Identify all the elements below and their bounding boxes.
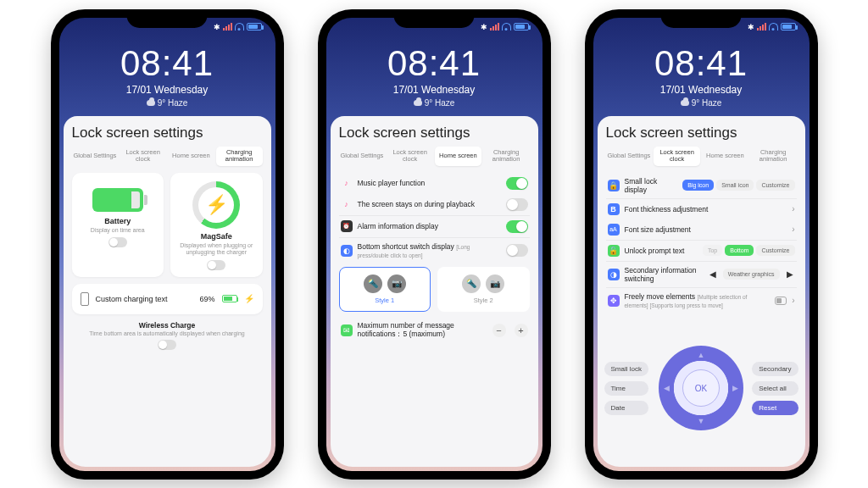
music-toggle[interactable] — [506, 177, 528, 190]
seg-customize[interactable]: Customize — [756, 245, 794, 256]
cloud-icon — [147, 100, 155, 106]
tab-home[interactable]: Home screen — [168, 147, 214, 166]
btn-reset[interactable]: Reset — [752, 401, 798, 415]
pct-battery-icon — [222, 295, 237, 302]
cloud-icon — [681, 100, 689, 106]
style-row: 🔦📷 Style 1 🔦📷 Style 2 — [339, 267, 530, 312]
flashlight-icon: 🔦 — [462, 274, 481, 293]
seg-big-icon[interactable]: Big icon — [682, 180, 714, 191]
shortcut-toggle[interactable] — [506, 244, 528, 257]
screen: ✱ 08:41 17/01 Wednesday 9° Haze Lock scr… — [59, 18, 275, 471]
tab-global[interactable]: Global Settings — [72, 147, 119, 166]
btn-secondary[interactable]: Secondary — [752, 362, 798, 376]
stays-toggle[interactable] — [506, 198, 528, 211]
battery-card[interactable]: Battery Display on time area — [72, 173, 164, 277]
signal-icon — [757, 23, 766, 30]
magsafe-card[interactable]: ⚡ MagSafe Displayed when plugging or unp… — [170, 173, 263, 277]
wireless-toggle[interactable] — [158, 340, 176, 350]
settings-panel: Lock screen settings Global Settings Loc… — [598, 116, 805, 467]
row-screen-stays: ♪ The screen stays on during playback — [339, 194, 530, 216]
phone-mockup-2: ✱ 08:41 17/01 Wednesday 9° Haze Lock scr… — [318, 9, 551, 480]
date: 17/01 Wednesday — [326, 84, 542, 96]
dpad[interactable]: ▲ ▼ ◀ ▶ OK — [659, 346, 743, 430]
screen: ✱ 08:41 17/01 Wednesday 9° Haze Lock scr… — [326, 18, 542, 471]
custom-charge-card[interactable]: Custom charging text 69% ⚡ — [72, 284, 263, 314]
signal-icon — [490, 23, 499, 30]
row-font-size[interactable]: aA Font size adjustment › — [606, 219, 797, 241]
tab-global[interactable]: Global Settings — [606, 147, 653, 166]
seg-small-icon[interactable]: Small icon — [716, 180, 754, 191]
tab-home[interactable]: Home screen — [702, 147, 748, 166]
wifi-icon — [502, 24, 511, 30]
tabs: Global Settings Lock screen clock Home s… — [339, 147, 530, 166]
tab-clock[interactable]: Lock screen clock — [654, 147, 700, 166]
magsafe-icon: ⚡ — [192, 181, 240, 229]
magsafe-sub: Displayed when plugging or unplugging th… — [175, 242, 258, 257]
style-1[interactable]: 🔦📷 Style 1 — [339, 267, 431, 312]
screen: ✱ 08:41 17/01 Wednesday 9° Haze Lock scr… — [593, 18, 810, 471]
clock: 08:41 — [593, 43, 810, 84]
dpad-down[interactable]: ▼ — [698, 417, 705, 425]
move-toggle[interactable] — [775, 297, 787, 305]
minus-button[interactable]: − — [492, 324, 506, 337]
battery-toggle[interactable] — [108, 237, 127, 247]
bluetooth-icon: ✱ — [214, 23, 220, 31]
row-font-thick[interactable]: B Font thickness adjustment › — [606, 199, 797, 219]
lock-header: 08:41 17/01 Wednesday 9° Haze — [593, 36, 810, 111]
tab-charging[interactable]: Charging animation — [750, 147, 797, 166]
tabs: Global Settings Lock screen clock Home s… — [72, 147, 263, 166]
lock-header: 08:41 17/01 Wednesday 9° Haze — [326, 36, 542, 111]
row-music-player: ♪ Music player function — [339, 173, 530, 194]
arrow-left[interactable]: ◀ — [708, 269, 718, 279]
arrow-right[interactable]: ▶ — [785, 269, 795, 279]
seg-bottom[interactable]: Bottom — [725, 245, 754, 256]
btn-select-all[interactable]: Select all — [752, 381, 798, 396]
settings-panel: Lock screen settings Global Settings Loc… — [331, 116, 538, 467]
dpad-ok[interactable]: OK — [682, 369, 720, 407]
dpad-left[interactable]: ◀ — [664, 384, 670, 392]
unlock-icon: 🔓 — [608, 245, 620, 257]
battery-status-icon — [514, 23, 529, 30]
btn-small-lock[interactable]: Small lock — [604, 362, 648, 376]
btn-date[interactable]: Date — [604, 401, 648, 415]
dpad-up[interactable]: ▲ — [698, 351, 705, 359]
clock: 08:41 — [59, 43, 275, 84]
notch — [394, 9, 475, 28]
btn-time[interactable]: Time — [604, 381, 648, 396]
phone-icon — [81, 292, 89, 306]
battery-status-icon — [247, 23, 262, 30]
seg-customize[interactable]: Customize — [756, 180, 794, 191]
lock-icon: 🔒 — [608, 180, 620, 191]
tab-charging[interactable]: Charging animation — [216, 147, 263, 166]
notch — [127, 9, 208, 28]
bold-icon: B — [608, 203, 620, 215]
tab-clock[interactable]: Lock screen clock — [120, 147, 166, 166]
style-2[interactable]: 🔦📷 Style 2 — [437, 267, 530, 312]
row-small-lock: 🔒 Small lock display Big icon Small icon… — [606, 173, 797, 199]
row-max-notif: ✉ Maximum number of message notification… — [339, 317, 530, 344]
wireless-title: Wireless Charge — [72, 321, 263, 330]
cloud-icon — [414, 100, 422, 106]
message-icon: ✉ — [341, 324, 353, 336]
magsafe-toggle[interactable] — [207, 260, 225, 270]
camera-icon: 📷 — [486, 274, 504, 293]
tab-clock[interactable]: Lock screen clock — [387, 147, 433, 166]
panel-title: Lock screen settings — [339, 125, 530, 141]
signal-icon — [223, 23, 232, 30]
tab-charging[interactable]: Charging animation — [483, 147, 530, 166]
text-size-icon: aA — [608, 224, 620, 236]
bolt-icon: ⚡ — [244, 294, 254, 303]
magsafe-title: MagSafe — [175, 232, 258, 241]
row-secondary: ◑ Secondary information switching ◀ Weat… — [606, 262, 797, 288]
weather: 9° Haze — [326, 98, 542, 108]
tab-home[interactable]: Home screen — [435, 147, 481, 166]
plus-button[interactable]: + — [515, 324, 528, 337]
dpad-right[interactable]: ▶ — [732, 384, 738, 392]
wifi-icon — [235, 24, 244, 30]
tab-global[interactable]: Global Settings — [339, 147, 386, 166]
alarm-toggle[interactable] — [506, 220, 528, 233]
weather: 9° Haze — [59, 98, 275, 108]
phone-mockup-3: ✱ 08:41 17/01 Wednesday 9° Haze Lock scr… — [585, 9, 818, 480]
seg-top[interactable]: Top — [703, 245, 722, 256]
phone-mockup-1: ✱ 08:41 17/01 Wednesday 9° Haze Lock scr… — [51, 9, 284, 480]
